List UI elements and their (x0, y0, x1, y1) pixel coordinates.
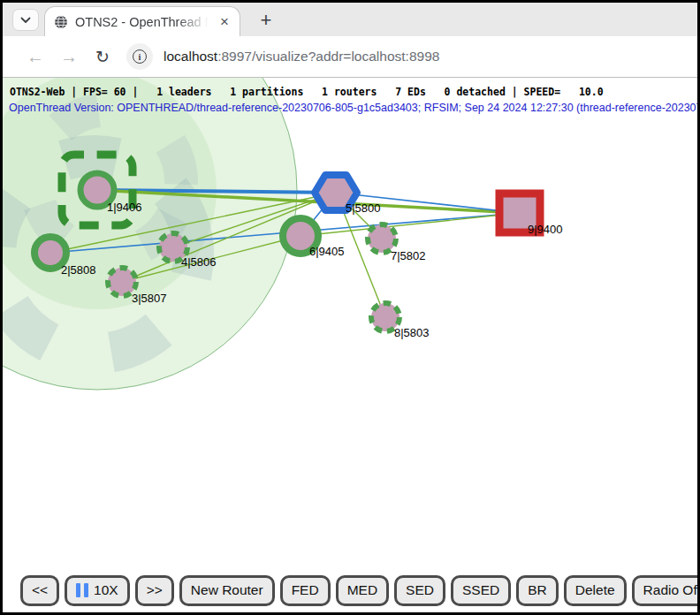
network-canvas[interactable]: 1|94062|58083|58074|58065|58006|94057|58… (3, 78, 697, 569)
back-icon[interactable]: ← (19, 47, 52, 67)
toolbar-button-label: SED (406, 582, 434, 598)
toolbar-button-label: << (32, 582, 48, 598)
tab-list-button[interactable] (12, 9, 39, 31)
node-label-7: 7|5802 (391, 249, 426, 262)
forward-icon[interactable]: → (52, 47, 86, 67)
toolbar-button-label: 10X (94, 582, 118, 598)
radio-off-button[interactable]: Radio Off (632, 575, 697, 606)
toolbar-button-label: MED (347, 582, 377, 598)
speed-down-button[interactable]: << (20, 575, 59, 606)
simulation-content: 1|94062|58083|58074|58065|58006|94057|58… (3, 78, 697, 569)
node-label-3: 3|5807 (132, 292, 167, 305)
delete-button[interactable]: Delete (564, 575, 627, 606)
tab-strip: OTNS2 - OpenThread Ne × + (3, 3, 697, 36)
tab-title: OTNS2 - OpenThread Ne (75, 15, 211, 29)
url-path: :8997/visualize?addr=localhost:8998 (217, 49, 439, 64)
br-button[interactable]: BR (516, 575, 559, 606)
url-field[interactable]: localhost:8997/visualize?addr=localhost:… (164, 49, 697, 65)
ssed-button[interactable]: SSED (451, 575, 511, 606)
site-info-chip[interactable]: i (126, 43, 153, 70)
toolbar-button-label: FED (292, 582, 319, 598)
node-label-9: 9|9400 (528, 223, 563, 236)
node-label-6: 6|9405 (309, 245, 345, 258)
url-host: localhost (164, 49, 217, 64)
node-label-1: 1|9406 (107, 201, 142, 214)
toolbar-button-label: New Router (191, 582, 263, 598)
globe-icon (54, 15, 68, 29)
action-toolbar: <<10X>>New RouterFEDMEDSEDSSEDBRDeleteRa… (3, 569, 697, 611)
fed-button[interactable]: FED (280, 575, 331, 606)
toolbar-button-label: >> (147, 582, 163, 598)
chevron-down-icon (20, 17, 31, 24)
browser-window: OTNS2 - OpenThread Ne × + ← → ↻ i localh… (0, 0, 700, 615)
speed-up-button[interactable]: >> (135, 575, 174, 606)
sed-button[interactable]: SED (394, 575, 445, 606)
link-6-9 (301, 213, 520, 236)
tab-close-icon[interactable]: × (218, 14, 231, 29)
status-line: OTNS2-Web | FPS= 60 | 1 leaders 1 partit… (10, 86, 604, 98)
toolbar-button-label: BR (528, 582, 547, 598)
reload-icon[interactable]: ↻ (86, 47, 119, 67)
new-router-button[interactable]: New Router (179, 575, 275, 606)
node-label-8: 8|5803 (394, 326, 430, 339)
address-bar-row: ← → ↻ i localhost:8997/visualize?addr=lo… (3, 36, 697, 78)
node-label-2: 2|5808 (61, 263, 96, 277)
toolbar-button-label: SSED (462, 582, 499, 598)
node-label-5: 5|5800 (346, 201, 381, 215)
node-label-4: 4|5806 (181, 255, 217, 269)
pause-icon (76, 583, 88, 597)
openthread-version-line: OpenThread Version: OPENTHREAD/thread-re… (9, 102, 697, 114)
new-tab-button[interactable]: + (253, 7, 279, 34)
browser-tab[interactable]: OTNS2 - OpenThread Ne × (44, 6, 240, 36)
toolbar-button-label: Delete (575, 582, 615, 598)
toolbar-button-label: Radio Off (643, 582, 697, 598)
speed-value-button[interactable]: 10X (65, 575, 130, 606)
med-button[interactable]: MED (336, 575, 389, 606)
info-icon: i (133, 49, 147, 64)
